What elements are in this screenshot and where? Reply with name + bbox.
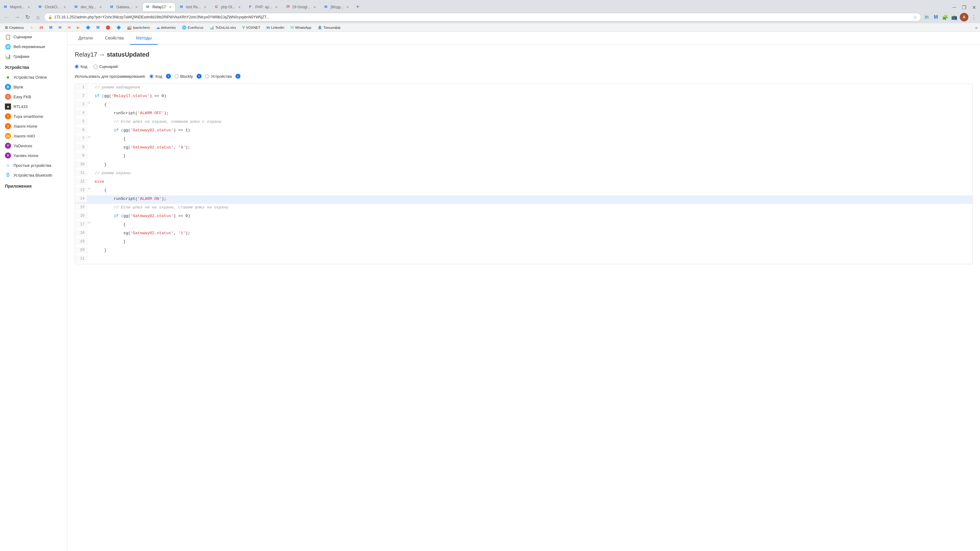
tab-close-phpol[interactable]: × [238,5,240,10]
tab-majord[interactable]: M Majord... × [0,2,34,11]
tab-close-gateway[interactable]: × [135,5,137,10]
tab-modu[interactable]: M [Моду... × [320,2,353,11]
tab-close-relay17[interactable]: × [169,5,172,10]
radio-scenario[interactable]: Сценарий: [94,64,119,69]
tab-close-modu[interactable]: × [346,5,349,10]
bookmark-deliveries[interactable]: ☁ deliveries [154,25,178,30]
tab-close-google[interactable]: × [313,5,316,10]
prog-radio-devices[interactable]: Устройства [205,74,232,79]
bookmark-star[interactable]: ★ [27,25,36,30]
tab-gateway[interactable]: M Gatewa... × [106,2,142,11]
forward-button[interactable]: → [13,13,21,21]
profile-button[interactable]: A [960,13,968,21]
sidebar-item-yandexhome[interactable]: Y Yandex Home [0,151,67,160]
puzzle-extension[interactable]: 🧩 [942,13,949,21]
minimize-button[interactable]: ─ [951,4,958,11]
sidebar-item-rtl433[interactable]: ■ RTL433 [0,102,67,111]
sidebar-item-blynk[interactable]: B Blynk [0,82,67,92]
majordomo-extension[interactable]: M [932,13,940,21]
sidebar-item-xiaomihome[interactable]: X Xiaomi Home [0,121,67,131]
sidebar-item-yadevices[interactable]: Y YaDevices [0,141,67,151]
line-marker-17[interactable]: ▾ [87,221,91,225]
tab-favicon-google: 29 [286,5,291,9]
bookmarks-more[interactable]: » [975,25,978,30]
tab-testrel[interactable]: M test Re... × [176,2,210,11]
sidebar-item-bluetooth[interactable]: Β Устройства Bluetooth [0,170,67,180]
tab-google[interactable]: 29 29 Googl... × [282,2,320,11]
tab-close-phpap[interactable]: × [275,5,277,10]
bookmark-tinkoff[interactable]: 🏦 Тинькофф [315,25,343,30]
sidebar-item-webvars-label: Веб-переменные [13,44,45,49]
bookmark-blue[interactable]: 🔷 [114,25,123,30]
home-button[interactable]: ⌂ [34,13,42,21]
prog-radio-blockly[interactable]: Blockly [175,74,193,79]
bookmark-mail2[interactable]: ✉ [65,25,73,30]
address-input[interactable]: 🔓 172.16.1.252/admin.php?pd=Y2xhc3Nlczp7… [44,13,921,21]
bookmark-m2[interactable]: M [94,25,102,30]
bookmark-mail1[interactable]: ✉ [56,25,64,30]
prog-radio-devices-input[interactable] [205,75,209,78]
tab-devbly[interactable]: M dev_bly... × [70,2,106,11]
bookmark-red[interactable]: 🔴 [103,25,113,30]
line-marker-7[interactable]: ▾ [87,135,91,139]
star-icon[interactable]: ☆ [913,15,917,20]
tab-relay17[interactable]: M Relay17 × [142,2,175,11]
line-marker-3[interactable]: ▾ [87,101,91,105]
bookmark-29[interactable]: 29 [37,25,46,30]
line-content-21 [92,255,972,258]
blockly-info-icon[interactable]: i [197,74,202,79]
sidebar-item-webvars[interactable]: 🌐 Веб-переменные [0,41,67,51]
apps-section-title: Приложения [0,180,67,191]
page-title-method: statusUpdated [107,51,150,58]
maximize-button[interactable]: ❐ [960,4,968,11]
line-content-4: runScript('ALARM OFF'); [92,110,972,117]
blynk-icon: B [5,84,11,90]
bookmark-play[interactable]: ▶ [75,25,82,30]
sidebar-item-xiaomimiio[interactable]: mi Xiaomi miIO [0,131,67,141]
sidebar-item-online[interactable]: ● Устройства Online [0,72,67,82]
line-content-5: // Если шлюз на охране, снимаем шлюз с о… [92,118,972,125]
sidebar-item-simple-devices[interactable]: ○ Простые устройства [0,160,67,170]
bookmark-voxnet[interactable]: V VOXNET [240,25,263,30]
cast-extension[interactable]: 📺 [951,13,958,21]
sidebar-item-tuya[interactable]: T Tuya smarthome [0,111,67,121]
bookmark-todolist[interactable]: 📊 ToDoList.xlsx [207,25,239,30]
tab-phpol[interactable]: G php Ol... × [211,2,245,11]
tab-favicon-majord: M [4,5,8,9]
tab-phpap[interactable]: P PHP: ap... × [245,2,282,11]
tab-clockci[interactable]: M ClockCl... × [35,2,70,11]
bookmark-m1[interactable]: M [47,25,55,30]
close-button[interactable]: ✕ [970,4,978,11]
bookmark-29-icon: 29 [40,26,43,29]
radio-code-input[interactable] [75,65,79,68]
sidebar-item-scenarios[interactable]: 📋 Сценарии [0,32,67,41]
bookmark-servisy[interactable]: ⊞ Сервисы [2,25,26,30]
radio-scenario-input[interactable] [94,65,97,68]
code-info-icon[interactable]: i [166,74,171,79]
tab-close-clockci[interactable]: × [64,5,66,10]
reload-button[interactable]: ↻ [23,13,32,21]
sidebar-item-easyfkb[interactable]: f Easy FKB [0,92,67,102]
tab-methods[interactable]: Методы [130,32,158,45]
bookmark-whatsapp[interactable]: W WhatsApp [288,25,313,30]
back-button[interactable]: ← [2,13,11,21]
bookmark-linkedin[interactable]: in LinkedIn [264,25,286,30]
bookmark-everfocus[interactable]: 🌐 Everfocus [180,25,206,30]
radio-code[interactable]: Код [75,64,87,69]
prog-radio-code-input[interactable] [150,75,153,78]
tab-close-devbly[interactable]: × [99,5,102,10]
tab-properties[interactable]: Свойства [99,32,130,45]
tab-details[interactable]: Детали [72,32,99,45]
tab-close-testrel[interactable]: × [204,5,207,10]
bookmark-gdrive[interactable]: 🔷 [83,25,93,30]
prog-radio-blockly-input[interactable] [175,75,178,78]
new-tab-button[interactable]: + [353,2,362,11]
line-marker-13[interactable]: ▾ [87,187,91,191]
devices-info-icon[interactable]: i [235,74,240,79]
sidebar-item-graphs[interactable]: 📊 Графики [0,51,67,61]
menu-button[interactable]: ⋮ [970,13,978,21]
linkedin-extension[interactable]: in [923,13,931,21]
bookmark-ipackchem[interactable]: 🏭 Ipackchem [125,25,153,30]
prog-radio-code[interactable]: Код [150,74,162,79]
tab-close-majord[interactable]: × [27,5,30,10]
